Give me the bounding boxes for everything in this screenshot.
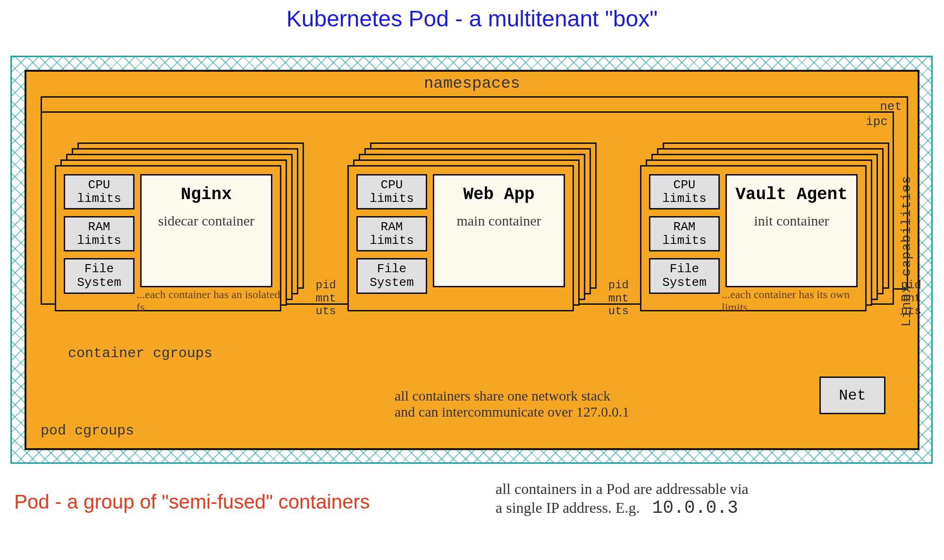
footer-right-l1: all containers in a Pod are addressable … xyxy=(496,480,749,497)
limit-cpu: CPU limits xyxy=(649,174,720,209)
limit-ram: RAM limits xyxy=(356,216,427,251)
ip-address: 10.0.0.3 xyxy=(652,498,738,518)
container-role: main container xyxy=(434,213,564,229)
net-box: Net xyxy=(819,376,885,414)
container-front: CPU limits RAM limits File System Vault … xyxy=(640,165,867,311)
container-role: init container xyxy=(727,213,856,229)
limit-fs: File System xyxy=(356,258,427,293)
container-card: Web App main container xyxy=(433,174,565,287)
under-note: ...each container has an isolated fs xyxy=(136,288,287,314)
container-cgroups-label: container cgroups xyxy=(68,345,212,361)
ns-mnt: mnt xyxy=(608,292,629,305)
pod-cgroups-label: pod cgroups xyxy=(41,423,134,439)
container-card: Nginx sidecar container xyxy=(140,174,272,287)
under-note: ...each container has its own limits xyxy=(722,288,873,314)
per-container-ns-labels: pid mnt uts xyxy=(608,279,629,318)
limits-col: CPU limits RAM limits File System xyxy=(356,174,427,301)
container-role: sidecar container xyxy=(142,213,271,229)
limits-col: CPU limits RAM limits File System xyxy=(649,174,720,301)
container-webapp: CPU limits RAM limits File System Web Ap… xyxy=(347,142,602,312)
limit-ram: RAM limits xyxy=(649,216,720,251)
container-front: CPU limits RAM limits File System Nginx … xyxy=(55,165,281,311)
ns-mnt: mnt xyxy=(316,292,336,305)
ns-uts: uts xyxy=(316,305,336,318)
linux-capabilities-label: Linux capabilities xyxy=(899,176,914,326)
limit-cpu: CPU limits xyxy=(64,174,135,209)
ns-tag: ipc xyxy=(866,115,888,129)
footer-right-l2: a single IP address. E.g. xyxy=(496,499,640,516)
limit-fs: File System xyxy=(64,258,135,293)
ns-uts: uts xyxy=(608,305,629,318)
footer-left: Pod - a group of "semi-fused" containers xyxy=(14,491,370,513)
container-card: Vault Agent init container xyxy=(725,174,858,287)
container-name: Web App xyxy=(434,185,564,204)
limit-cpu: CPU limits xyxy=(356,174,427,209)
namespaces-label: namespaces xyxy=(26,75,918,92)
page-title: Kubernetes Pod - a multitenant "box" xyxy=(0,6,944,32)
container-vault: CPU limits RAM limits File System Vault … xyxy=(640,142,895,312)
ns-pid: pid xyxy=(608,279,629,292)
limits-col: CPU limits RAM limits File System xyxy=(64,174,135,301)
limit-fs: File System xyxy=(649,258,720,293)
footer-right: all containers in a Pod are addressable … xyxy=(496,480,920,518)
container-front: CPU limits RAM limits File System Web Ap… xyxy=(347,165,574,311)
container-nginx: CPU limits RAM limits File System Nginx … xyxy=(55,142,310,312)
containers-row: CPU limits RAM limits File System Nginx … xyxy=(55,142,895,341)
container-name: Vault Agent xyxy=(727,185,856,204)
share-note-l2: and can intercommunicate over 127.0.0.1 xyxy=(395,404,629,419)
limit-ram: RAM limits xyxy=(64,216,135,251)
per-container-ns-labels: pid mnt uts xyxy=(316,279,336,318)
ns-pid: pid xyxy=(316,279,336,292)
share-note: all containers share one network stack a… xyxy=(395,388,744,420)
share-note-l1: all containers share one network stack xyxy=(395,388,610,403)
pod-box: namespaces net ipc CPU limits RAM limits… xyxy=(25,70,919,450)
container-name: Nginx xyxy=(142,185,271,204)
